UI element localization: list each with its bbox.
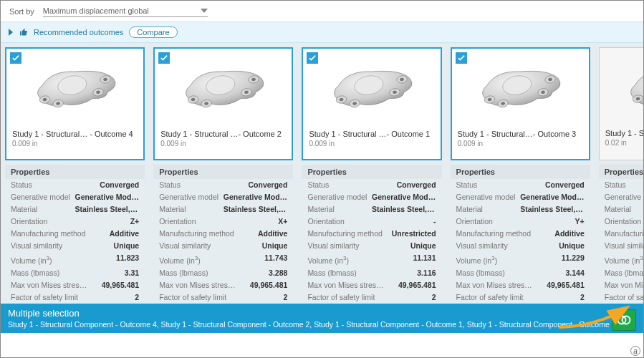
property-row: Volume (in3)11.823	[5, 252, 145, 267]
property-key: Factor of safety limit	[11, 292, 78, 303]
selection-footer: Multiple selection Study 1 - Structural …	[1, 304, 643, 333]
outcome-thumbnail	[303, 49, 440, 126]
property-row: Max von Mises stress (psi)92,389.003	[599, 279, 644, 291]
sort-label: Sort by	[9, 7, 34, 16]
property-value: 49,965.481	[547, 280, 585, 291]
properties-header: Properties	[302, 165, 441, 179]
property-row: Orientation-	[599, 216, 644, 228]
property-row: StatusConverged	[451, 179, 590, 191]
selection-title: Multiple selection	[8, 308, 636, 319]
property-value: Stainless Steel, 440C	[372, 204, 436, 215]
property-row: Manufacturing methodUnrestricted	[599, 228, 644, 240]
property-row: Manufacturing methodAdditive	[5, 228, 145, 240]
outcome-thumbnail	[6, 49, 143, 126]
sort-dropdown[interactable]: Maximum displacement global	[43, 5, 208, 17]
property-key: Material	[11, 204, 37, 215]
property-key: Factor of safety limit	[159, 292, 226, 303]
property-row: MaterialStainless Steel, 440C	[302, 203, 441, 216]
property-key: Factor of safety limit	[605, 292, 644, 303]
property-row: Visual similarityGroup 1	[599, 240, 644, 252]
property-row: Visual similarityUnique	[5, 240, 145, 252]
property-row: Visual similarityUnique	[451, 240, 590, 252]
property-key: Mass (lbmass)	[11, 268, 59, 279]
outcome-title: Study 1 - Structural …- Outcome 2	[155, 126, 292, 140]
selected-check-icon[interactable]	[158, 52, 170, 64]
property-value: Stainless Steel, 440C	[224, 204, 288, 215]
outcome-column: Study 1 - Structural…- Outcome 30.009 in…	[446, 43, 595, 304]
outcome-card[interactable]: Study 1 - Structural …- Outcome 20.009 i…	[153, 47, 293, 160]
outcome-subvalue: 0.02 in	[600, 139, 644, 151]
selected-check-icon[interactable]	[307, 52, 318, 64]
property-value: Generative Model 1	[520, 192, 585, 203]
selection-detail: Study 1 - Structural Component - Outcome…	[8, 320, 636, 329]
property-key: Manufacturing method	[307, 228, 382, 239]
property-row: Generative modelGenerative Model 1	[5, 191, 145, 203]
property-value: 49,965.481	[398, 280, 436, 291]
property-key: Manufacturing method	[605, 228, 644, 239]
property-value: 11.229	[562, 253, 585, 266]
sort-bar: Sort by Maximum displacement global	[1, 1, 643, 22]
property-value: Converged	[545, 180, 585, 190]
property-key: Generative model	[307, 192, 367, 203]
property-key: Visual similarity	[159, 241, 211, 251]
properties-header: Properties	[451, 165, 590, 179]
property-key: Visual similarity	[11, 241, 62, 251]
property-row: Generative modelGenerative Model 1	[302, 191, 441, 203]
compare-fab-button[interactable]	[612, 309, 636, 331]
property-key: Generative model	[456, 192, 516, 203]
watermark-icon: a	[630, 346, 640, 356]
property-key: Manufacturing method	[11, 228, 85, 239]
compare-overlap-icon	[617, 315, 631, 325]
outcome-title: Study 1 - Structural… - Outcome 4	[6, 126, 143, 140]
property-key: Volume (in3)	[605, 253, 644, 266]
property-row: Max von Mises stress (psi)49,965.481	[5, 279, 145, 291]
compare-button[interactable]: Compare	[129, 26, 177, 38]
outcome-title: Study 1 - Structural…- Outcome 3	[452, 126, 589, 140]
property-value: Generative Model 1	[372, 192, 436, 203]
chevron-right-icon[interactable]	[8, 29, 14, 36]
outcome-column: Study 1 - Structural …- Outcome 10.009 i…	[297, 43, 446, 304]
property-value: -	[433, 216, 436, 227]
property-key: Status	[456, 180, 478, 190]
property-key: Orientation	[456, 216, 493, 227]
property-row: Max von Mises stress (psi)49,965.481	[451, 279, 590, 291]
property-key: Orientation	[307, 216, 344, 227]
property-key: Max von Mises stress (psi)	[605, 280, 644, 291]
property-row: Manufacturing methodUnrestricted	[302, 228, 441, 240]
property-row: OrientationY+	[451, 216, 590, 228]
property-value: Additive	[258, 228, 287, 239]
property-value: Additive	[110, 228, 139, 239]
outcome-card[interactable]: Study 1 - Structural…- Outcome 30.009 in	[451, 47, 590, 160]
property-row: Mass (lbmass)3.116	[302, 267, 441, 279]
property-key: Volume (in3)	[456, 253, 498, 266]
outcome-card[interactable]: Study 1 - Structural… - Outcome 40.009 i…	[5, 47, 145, 160]
property-row: StatusConverged	[302, 179, 441, 191]
property-row: Visual similarityUnique	[153, 240, 293, 252]
property-key: Visual similarity	[307, 241, 359, 251]
property-row: Manufacturing methodAdditive	[153, 228, 293, 240]
property-key: Volume (in3)	[159, 253, 201, 266]
property-value: 2	[432, 292, 436, 303]
property-row: MaterialSteel AISI 1045 390 QT	[599, 203, 644, 216]
selected-check-icon[interactable]	[456, 52, 467, 64]
property-key: Volume (in3)	[307, 253, 349, 266]
property-key: Max von Mises stress (psi)	[159, 280, 236, 291]
property-key: Max von Mises stress (psi)	[307, 280, 385, 291]
property-value: 3.116	[417, 268, 436, 279]
outcome-thumbnail	[155, 49, 292, 126]
outcome-card[interactable]: Study 1 - Structural …- Outcome 10.009 i…	[302, 47, 441, 160]
property-key: Material	[456, 204, 483, 215]
sort-value: Maximum displacement global	[43, 6, 149, 15]
thumbs-up-icon	[19, 28, 28, 37]
selected-check-icon[interactable]	[10, 52, 21, 64]
property-key: Manufacturing method	[159, 228, 234, 239]
outcome-card[interactable]: Study 1 - Structura…- Outcome 130.02 in	[599, 47, 644, 160]
property-key: Mass (lbmass)	[605, 268, 644, 279]
property-key: Generative model	[159, 192, 218, 203]
property-key: Orientation	[11, 216, 47, 227]
property-value: 2	[580, 292, 585, 303]
property-value: X+	[278, 216, 287, 227]
outcome-subvalue: 0.009 in	[303, 140, 440, 152]
property-row: Max von Mises stress (psi)49,965.481	[302, 279, 441, 291]
property-key: Material	[159, 204, 186, 215]
